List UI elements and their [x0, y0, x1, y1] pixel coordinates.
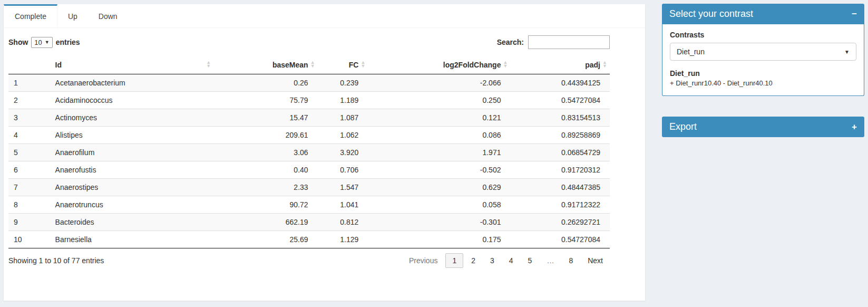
contrasts-label: Contrasts — [670, 31, 856, 39]
cell-row-number: 9 — [8, 214, 50, 231]
page-button-3[interactable]: 3 — [483, 253, 501, 268]
contrast-panel-body: Contrasts Diet_run ▼ Diet_run + Diet_run… — [662, 24, 864, 96]
tab-complete[interactable]: Complete — [4, 4, 57, 27]
table-row: 2Acidaminococcus75.791.1890.2500.5472708… — [8, 92, 610, 109]
page-length-value: 10 — [34, 39, 42, 46]
cell-log2foldchange: -2.066 — [368, 74, 510, 92]
cell-basemean: 3.06 — [213, 144, 318, 161]
cell-id: Alistipes — [50, 127, 213, 144]
table-controls: Show 10 ▼ entries Search: — [8, 35, 610, 49]
table-row: 6Anaerofustis0.400.706-0.5020.91720312 — [8, 161, 610, 179]
sort-icon[interactable] — [503, 61, 508, 68]
cell-fc: 0.239 — [318, 74, 368, 92]
search-input[interactable] — [528, 35, 610, 49]
cell-id: Anaerofilum — [50, 144, 213, 161]
header-basemean-label: baseMean — [272, 61, 308, 69]
page-button-2[interactable]: 2 — [464, 253, 482, 268]
cell-padj: 0.44394125 — [510, 74, 610, 92]
cell-basemean: 25.69 — [213, 231, 318, 248]
page-button-4[interactable]: 4 — [502, 253, 520, 268]
cell-log2foldchange: 0.086 — [368, 127, 510, 144]
cell-id: Bacteroides — [50, 214, 213, 231]
cell-padj: 0.26292721 — [510, 214, 610, 231]
tab-up[interactable]: Up — [57, 4, 88, 27]
cell-fc: 3.920 — [318, 144, 368, 161]
results-card: Complete Up Down Show 10 ▼ entries Searc… — [4, 4, 645, 301]
sort-icon[interactable] — [310, 61, 315, 68]
header-id[interactable]: Id — [50, 56, 213, 74]
contrast-detail: Diet_run + Diet_runr10.40 - Diet_runr40.… — [670, 69, 856, 87]
contrast-select[interactable]: Diet_run ▼ — [670, 43, 856, 61]
cell-padj: 0.89258869 — [510, 127, 610, 144]
cell-row-number: 8 — [8, 196, 50, 214]
cell-row-number: 5 — [8, 144, 50, 161]
header-basemean[interactable]: baseMean — [213, 56, 318, 74]
cell-log2foldchange: -0.502 — [368, 161, 510, 179]
page-button-1[interactable]: 1 — [445, 253, 463, 268]
cell-padj: 0.06854729 — [510, 144, 610, 161]
results-table: Id baseMean FC log2FoldChange — [8, 56, 610, 248]
caret-down-icon: ▼ — [45, 40, 50, 45]
tab-down[interactable]: Down — [88, 4, 128, 27]
cell-fc: 0.706 — [318, 161, 368, 179]
table-row: 8Anaerotruncus90.721.0410.0580.91712322 — [8, 196, 610, 214]
table-row: 9Bacteroides662.190.812-0.3010.26292721 — [8, 214, 610, 231]
cell-fc: 1.062 — [318, 127, 368, 144]
cell-id: Acidaminococcus — [50, 92, 213, 109]
contrast-name: Diet_run — [670, 69, 856, 78]
tab-content: Show 10 ▼ entries Search: — [4, 28, 645, 268]
header-padj[interactable]: padj — [510, 56, 610, 74]
cell-padj: 0.54727084 — [510, 231, 610, 248]
cell-fc: 1.041 — [318, 196, 368, 214]
contrast-formula: + Diet_runr10.40 - Diet_runr40.10 — [670, 79, 856, 87]
header-fc-label: FC — [349, 61, 359, 69]
cell-padj: 0.54727084 — [510, 92, 610, 109]
search-label: Search: — [497, 38, 524, 46]
show-label: Show — [8, 38, 28, 46]
contrast-panel: Select your contrast − Contrasts Diet_ru… — [662, 4, 864, 96]
sort-icon[interactable] — [206, 61, 211, 68]
contrast-panel-header[interactable]: Select your contrast − — [662, 4, 864, 24]
cell-id: Barnesiella — [50, 231, 213, 248]
cell-fc: 1.087 — [318, 109, 368, 127]
table-row: 3Actinomyces15.471.0870.1210.83154513 — [8, 109, 610, 127]
header-padj-label: padj — [585, 61, 600, 69]
pagination: Previous12345…8Next — [401, 253, 610, 268]
cell-padj: 0.91720312 — [510, 161, 610, 179]
header-id-label: Id — [55, 61, 62, 69]
export-panel-header[interactable]: Export + — [662, 117, 864, 137]
cell-row-number: 7 — [8, 179, 50, 196]
next-button[interactable]: Next — [581, 253, 610, 268]
export-panel: Export + — [662, 117, 864, 137]
sort-icon[interactable] — [360, 61, 365, 68]
sort-icon[interactable] — [602, 61, 607, 68]
cell-row-number: 2 — [8, 92, 50, 109]
cell-id: Anaerofustis — [50, 161, 213, 179]
collapse-icon[interactable]: − — [852, 9, 857, 18]
cell-log2foldchange: 0.121 — [368, 109, 510, 127]
header-fc[interactable]: FC — [318, 56, 368, 74]
table-row: 7Anaerostipes2.331.5470.6290.48447385 — [8, 179, 610, 196]
cell-padj: 0.83154513 — [510, 109, 610, 127]
cell-id: Acetanaerobacterium — [50, 74, 213, 92]
cell-padj: 0.48447385 — [510, 179, 610, 196]
search-control: Search: — [497, 35, 610, 49]
table-header-row: Id baseMean FC log2FoldChange — [8, 56, 610, 74]
cell-basemean: 90.72 — [213, 196, 318, 214]
page-button-5[interactable]: 5 — [521, 253, 539, 268]
contrast-select-value: Diet_run — [677, 47, 705, 56]
entries-label: entries — [56, 38, 80, 46]
table-row: 1Acetanaerobacterium0.260.239-2.0660.443… — [8, 74, 610, 92]
cell-padj: 0.91712322 — [510, 196, 610, 214]
cell-row-number: 1 — [8, 74, 50, 92]
cell-fc: 1.129 — [318, 231, 368, 248]
previous-button[interactable]: Previous — [402, 253, 444, 268]
page-length-select[interactable]: 10 ▼ — [31, 37, 52, 48]
cell-fc: 1.189 — [318, 92, 368, 109]
page-button-8[interactable]: 8 — [562, 253, 580, 268]
expand-icon[interactable]: + — [852, 122, 857, 131]
pagination-ellipsis: … — [540, 253, 561, 268]
cell-id: Anaerostipes — [50, 179, 213, 196]
page-length-control: Show 10 ▼ entries — [8, 37, 80, 48]
header-log2foldchange[interactable]: log2FoldChange — [368, 56, 510, 74]
